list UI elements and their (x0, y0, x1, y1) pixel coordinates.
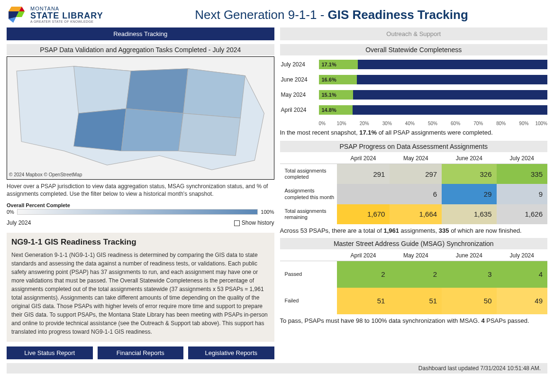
completeness-row: May 202415.1% (280, 89, 548, 101)
psap-map[interactable]: © 2024 Mapbox © OpenStreetMap (7, 56, 274, 180)
completeness-value: 15.1% (319, 90, 354, 100)
table-cell: 1,664 (390, 204, 442, 224)
legend-title: Overall Percent Complete (7, 202, 274, 208)
msag-table: April 2024May 2024June 2024July 2024Pass… (280, 250, 548, 314)
msag-title: Master Street Address Guide (MSAG) Synch… (280, 238, 548, 249)
table-row-label: Total assignments remaining (280, 204, 337, 224)
table-cell: 1,635 (442, 204, 496, 224)
table-cell: 335 (497, 164, 547, 184)
completeness-title: Overall Statewide Completeness (280, 44, 548, 55)
table-row: Assignments completed this month6299 (280, 184, 548, 204)
svg-marker-8 (126, 69, 188, 113)
map-hover-text: Hover over a PSAP jurisdiction to view d… (7, 182, 274, 198)
svg-marker-9 (183, 69, 245, 118)
completeness-value: 14.8% (319, 105, 353, 115)
progress-footer: Across 53 PSAPs, there are a total of 1,… (280, 227, 548, 234)
table-cell: 1,670 (337, 204, 390, 224)
completeness-bar: 16.6% (319, 75, 548, 84)
completeness-month-label: June 2024 (280, 76, 319, 83)
table-cell: 2 (390, 261, 442, 288)
table-row: Failed51515049 (280, 288, 548, 314)
completeness-month-label: May 2024 (280, 91, 319, 98)
financial-reports-button[interactable]: Financial Reports (98, 346, 184, 359)
completeness-row: June 202416.6% (280, 73, 548, 86)
table-cell: 297 (390, 164, 442, 184)
tab-outreach[interactable]: Outreach & Support (280, 27, 548, 40)
table-cell: 326 (442, 164, 496, 184)
msag-footer: To pass, PSAPs must have 98 to 100% data… (280, 317, 548, 324)
svg-marker-10 (74, 109, 126, 151)
brand-line2: STATE LIBRARY (30, 11, 103, 20)
completeness-remaining (358, 60, 547, 69)
completeness-bar: 15.1% (319, 90, 548, 100)
progress-title: PSAP Progress on Data Assessment Assignm… (280, 141, 548, 152)
table-cell: 1,626 (497, 204, 547, 224)
table-cell: 49 (497, 288, 547, 314)
completeness-remaining (353, 105, 547, 115)
brand-logo: MONTANA STATE LIBRARY A GREATER STATE OF… (7, 5, 116, 25)
completeness-row: April 202414.8% (280, 104, 548, 116)
completeness-bar: 14.8% (319, 105, 548, 115)
table-row: Passed2234 (280, 261, 548, 288)
live-status-button[interactable]: Live Status Report (7, 346, 93, 359)
svg-marker-11 (121, 109, 183, 151)
map-current-month: July 2024 (7, 219, 31, 226)
table-cell: 3 (442, 261, 496, 288)
snapshot-text: In the most recent snapshot, 17.1% of al… (280, 129, 548, 136)
table-row: Total assignments remaining1,6701,6641,6… (280, 204, 548, 224)
completeness-chart: July 202417.1%June 202416.6%May 202415.1… (280, 56, 548, 121)
table-col-header: April 2024 (337, 250, 390, 261)
table-cell: 51 (337, 288, 390, 314)
table-cell: 2 (337, 261, 390, 288)
readiness-heading: NG9-1-1 GIS Readiness Tracking (11, 237, 270, 247)
table-cell: 9 (497, 184, 547, 204)
legend-max: 100% (261, 209, 274, 215)
table-cell: 6 (390, 184, 442, 204)
completeness-bar: 17.1% (319, 60, 548, 69)
table-col-header: July 2024 (497, 153, 547, 164)
page-title: Next Generation 9-1-1 - GIS Readiness Tr… (116, 8, 547, 22)
table-row: Total assignments completed291297326335 (280, 164, 548, 184)
svg-marker-7 (74, 66, 131, 113)
legend-min: 0% (7, 209, 14, 215)
logo-icon (7, 5, 27, 25)
map-title: PSAP Data Validation and Aggregation Tas… (7, 44, 274, 55)
table-row-label: Passed (280, 261, 337, 288)
checkbox-icon[interactable] (234, 220, 240, 226)
tab-readiness[interactable]: Readiness Tracking (7, 27, 274, 40)
table-cell: 50 (442, 288, 496, 314)
completeness-value: 16.6% (319, 75, 357, 84)
readiness-body: Next Generation 9-1-1 (NG9-1-1) GIS read… (11, 251, 270, 336)
table-cell: 291 (337, 164, 390, 184)
completeness-month-label: July 2024 (280, 61, 319, 68)
table-cell: 4 (497, 261, 547, 288)
table-col-header: June 2024 (442, 250, 496, 261)
table-col-header: June 2024 (442, 153, 496, 164)
completeness-remaining (353, 90, 547, 100)
table-col-header: May 2024 (390, 250, 442, 261)
completeness-row: July 202417.1% (280, 58, 548, 71)
table-row-label: Assignments completed this month (280, 184, 337, 204)
completeness-month-label: April 2024 (280, 107, 319, 113)
completeness-remaining (357, 75, 547, 84)
progress-table: April 2024May 2024June 2024July 2024Tota… (280, 153, 548, 224)
table-col-header: April 2024 (337, 153, 390, 164)
legend-gradient (17, 209, 258, 215)
table-cell: 51 (390, 288, 442, 314)
map-attribution: © 2024 Mapbox © OpenStreetMap (9, 172, 82, 177)
completeness-value: 17.1% (319, 60, 358, 69)
table-row-label: Failed (280, 288, 337, 314)
brand-tagline: A GREATER STATE OF KNOWLEDGE (30, 20, 103, 23)
svg-marker-12 (179, 113, 241, 155)
table-col-header: May 2024 (390, 153, 442, 164)
table-cell: 29 (442, 184, 496, 204)
legislative-reports-button[interactable]: Legislative Reports (188, 346, 274, 359)
completeness-axis: 0%10%20%30%40%50%60%70%80%90%100% (319, 121, 548, 126)
table-col-header: July 2024 (497, 250, 547, 261)
table-row-label: Total assignments completed (280, 164, 337, 184)
table-cell (337, 184, 390, 204)
last-updated: Dashboard last updated 7/31/2024 10:51:4… (7, 363, 547, 374)
show-history-toggle[interactable]: Show history (234, 219, 274, 226)
